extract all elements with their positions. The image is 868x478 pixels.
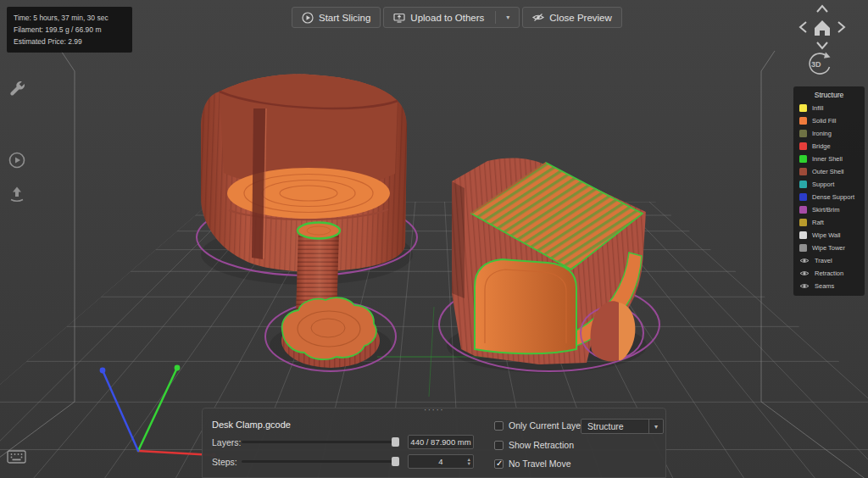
steps-slider[interactable] (242, 456, 399, 467)
settings-wrench-icon[interactable] (8, 80, 26, 102)
upload-dropdown-chevron-icon[interactable]: ▾ (501, 14, 509, 21)
keyboard-shortcuts-icon[interactable] (7, 450, 27, 469)
legend-item-retraction[interactable]: Retraction (793, 267, 865, 280)
close-preview-button[interactable]: Close Preview (522, 7, 622, 28)
layers-slider-track[interactable] (242, 441, 399, 443)
print-stats-box: Time: 5 hours, 37 min, 30 sec Filament: … (7, 7, 132, 53)
legend-item-bridge[interactable]: Bridge (793, 140, 865, 153)
pan-right-chevron[interactable] (838, 22, 844, 32)
layer-control-panel: ····· Desk Clamp.gcode Layers: 440 / 87.… (202, 408, 666, 478)
layers-slider[interactable] (242, 436, 399, 447)
raft-color-swatch (799, 219, 807, 226)
rotate-3d-control[interactable]: 3D (802, 49, 836, 83)
legend-item-ironing[interactable]: Ironing (793, 127, 865, 140)
run-play-icon[interactable] (8, 151, 26, 173)
layers-slider-thumb[interactable] (392, 437, 399, 447)
legend-item-skirt-brim[interactable]: Skirt/Brim (793, 203, 865, 216)
travel-visibility-eye-icon[interactable] (799, 257, 810, 264)
legend-title: Structure (793, 91, 865, 99)
upload-screen-icon (393, 13, 405, 23)
button-divider (495, 11, 496, 24)
gcode-preview-app: Time: 5 hours, 37 min, 30 sec Filament: … (0, 0, 868, 478)
steps-slider-track[interactable] (242, 460, 399, 463)
legend-item-solid-fill[interactable]: Solid Fill (793, 114, 865, 127)
skirt-brim-color-swatch (799, 206, 807, 214)
stat-time: Time: 5 hours, 37 min, 30 sec (14, 12, 125, 24)
home-view-icon[interactable] (815, 20, 830, 36)
dropdown-chevron-icon[interactable]: ▾ (648, 420, 663, 433)
pan-up-chevron[interactable] (817, 6, 827, 12)
infill-color-swatch (799, 104, 807, 112)
checkbox-box[interactable] (494, 421, 504, 431)
gcode-filename: Desk Clamp.gcode (212, 420, 291, 430)
seams-visibility-eye-icon[interactable] (799, 282, 810, 290)
steps-stepper-arrows[interactable]: ▲▼ (467, 455, 471, 468)
preview-off-icon (532, 13, 544, 22)
bridge-color-swatch (799, 142, 807, 150)
legend-item-wipe-tower[interactable]: Wipe Tower (793, 242, 865, 254)
rotate-3d-label: 3D (811, 60, 821, 69)
stat-filament: Filament: 199.5 g / 66.90 m (14, 24, 125, 36)
panel-drag-handle[interactable]: ····· (424, 407, 444, 414)
inner-shell-ring (298, 223, 340, 239)
pan-left-chevron[interactable] (800, 22, 806, 32)
support-color-swatch (799, 181, 807, 188)
retraction-visibility-eye-icon[interactable] (799, 270, 810, 277)
show-retraction-checkbox[interactable]: Show Retraction (494, 440, 574, 450)
checkbox-box[interactable] (494, 459, 504, 469)
play-icon (302, 12, 314, 24)
only-current-layer-checkbox[interactable]: Only Current Layer (494, 420, 584, 431)
camera-nav-cluster (793, 2, 853, 54)
legend-item-dense-support[interactable]: Dense Support (793, 191, 865, 203)
structure-legend-panel: Structure Infill Solid Fill Ironing Brid… (793, 86, 865, 296)
legend-item-raft[interactable]: Raft (793, 216, 865, 229)
view-mode-dropdown[interactable]: Structure ▾ (581, 419, 664, 434)
legend-item-wipe-wall[interactable]: Wipe Wall (793, 229, 865, 242)
ironing-color-swatch (799, 130, 807, 137)
legend-item-travel[interactable]: Travel (793, 254, 865, 267)
pan-down-chevron[interactable] (817, 42, 827, 48)
steps-slider-thumb[interactable] (392, 457, 399, 466)
stat-price: Estimated Price: 2.99 (14, 36, 125, 47)
layers-value-field[interactable]: 440 / 87.900 mm (408, 435, 474, 449)
legend-item-infill[interactable]: Infill (793, 102, 865, 114)
start-slicing-button[interactable]: Start Slicing (292, 7, 381, 28)
legend-item-seams[interactable]: Seams (793, 280, 865, 292)
legend-item-inner-shell[interactable]: Inner Shell (793, 153, 865, 165)
outer-shell-color-swatch (799, 168, 807, 175)
wipe-wall-color-swatch (799, 231, 807, 239)
inner-shell-color-swatch (799, 155, 807, 163)
checkbox-box[interactable] (494, 441, 504, 450)
wipe-tower-color-swatch (799, 244, 807, 252)
steps-value-field[interactable]: 4 ▲▼ (408, 454, 474, 469)
top-toolbar: Start Slicing Upload to Others ▾ Close P… (292, 7, 622, 28)
legend-item-outer-shell[interactable]: Outer Shell (793, 165, 865, 178)
upload-to-others-button[interactable]: Upload to Others ▾ (383, 7, 520, 28)
steps-label: Steps: (212, 457, 237, 467)
legend-item-support[interactable]: Support (793, 178, 865, 191)
layers-label: Layers: (212, 437, 241, 447)
dense-support-color-swatch (799, 193, 807, 201)
no-travel-move-checkbox[interactable]: No Travel Move (494, 459, 571, 469)
solid-fill-color-swatch (799, 117, 807, 125)
export-upload-icon[interactable] (8, 185, 26, 207)
